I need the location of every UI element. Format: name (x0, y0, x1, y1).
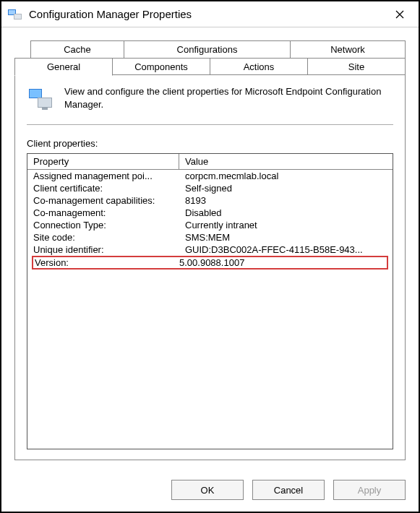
client-properties-list[interactable]: Property Value Assigned management poi..… (27, 153, 393, 449)
tab-general[interactable]: General (14, 58, 113, 76)
list-item[interactable]: Site code: SMS:MEM (27, 231, 393, 243)
general-panel: View and configure the client properties… (14, 74, 406, 460)
list-item[interactable]: Assigned management poi... corpcm.mecmla… (27, 170, 393, 182)
list-header: Property Value (27, 154, 393, 170)
tab-actions[interactable]: Actions (210, 58, 308, 75)
close-button[interactable] (387, 4, 413, 25)
tab-site[interactable]: Site (308, 58, 406, 75)
tab-network[interactable]: Network (291, 40, 406, 58)
tab-row-back: Cache Configurations Network (30, 40, 406, 58)
highlighted-row[interactable]: Version: 5.00.9088.1007 (32, 256, 388, 270)
version-label: Version: (35, 257, 179, 268)
description-text: View and configure the client properties… (64, 85, 393, 111)
ok-button[interactable]: OK (171, 480, 244, 500)
close-icon (395, 10, 404, 19)
list-item[interactable]: Unique identifier: GUID:D3BC002A-FFEC-41… (27, 243, 393, 256)
description-row: View and configure the client properties… (27, 85, 393, 114)
svg-rect-3 (14, 14, 21, 19)
column-value[interactable]: Value (179, 154, 393, 169)
list-item[interactable]: Co-management: Disabled (27, 207, 393, 219)
divider (27, 124, 393, 125)
dialog-buttons: OK Cancel Apply (1, 470, 419, 512)
svg-rect-10 (42, 108, 48, 110)
list-item[interactable]: Client certificate: Self-signed (27, 182, 393, 194)
config-manager-icon (27, 85, 56, 114)
apply-button[interactable]: Apply (333, 480, 406, 500)
column-property[interactable]: Property (27, 154, 179, 169)
window-title: Configuration Manager Properties (29, 8, 387, 20)
tab-cache[interactable]: Cache (30, 40, 124, 58)
tab-configurations[interactable]: Configurations (124, 40, 291, 58)
list-item[interactable]: Co-management capabilities: 8193 (27, 194, 393, 207)
tab-components[interactable]: Components (113, 58, 210, 75)
svg-rect-7 (30, 90, 41, 98)
svg-rect-9 (38, 98, 51, 107)
section-label: Client properties: (27, 138, 393, 149)
tab-row-front: General Components Actions Site (14, 58, 406, 75)
version-value: 5.00.9088.1007 (179, 257, 385, 268)
app-icon (7, 7, 23, 22)
cancel-button[interactable]: Cancel (252, 480, 325, 500)
title-bar: Configuration Manager Properties (1, 1, 419, 27)
tab-content: Cache Configurations Network General Com… (1, 27, 419, 470)
list-body: Assigned management poi... corpcm.mecmla… (27, 170, 393, 449)
list-item[interactable]: Connection Type: Currently intranet (27, 219, 393, 231)
